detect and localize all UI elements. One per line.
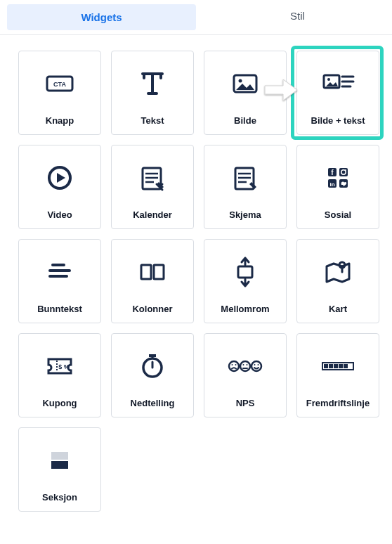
calendar-icon bbox=[112, 145, 193, 209]
widget-label: Fremdriftslinje bbox=[306, 398, 370, 417]
widget-label: Tekst bbox=[141, 115, 164, 134]
widget-countdown[interactable]: Nedtelling bbox=[111, 333, 194, 417]
widget-coupon[interactable]: Kupong bbox=[18, 333, 101, 417]
countdown-icon bbox=[112, 334, 193, 398]
widget-button[interactable]: Knapp bbox=[18, 51, 101, 135]
widget-image-text[interactable]: Bilde + tekst bbox=[296, 51, 379, 135]
widget-form[interactable]: Skjema bbox=[204, 145, 287, 229]
widget-label: Skjema bbox=[229, 209, 261, 228]
widget-columns[interactable]: Kolonner bbox=[111, 239, 194, 323]
widget-text[interactable]: Tekst bbox=[111, 51, 194, 135]
widget-label: Kupong bbox=[42, 398, 77, 417]
tab-widgets[interactable]: Widgets bbox=[7, 4, 196, 30]
columns-icon bbox=[112, 240, 193, 304]
widget-label: Mellomrom bbox=[221, 304, 269, 323]
widget-grid: KnappTekstBildeBilde + tekstVideoKalende… bbox=[0, 35, 392, 527]
widget-calendar[interactable]: Kalender bbox=[111, 145, 194, 229]
form-icon bbox=[204, 145, 286, 209]
tab-style[interactable]: Stil bbox=[203, 0, 392, 34]
widget-social[interactable]: Sosial bbox=[296, 145, 379, 229]
coupon-icon bbox=[19, 334, 100, 398]
spacer-icon bbox=[204, 240, 286, 304]
image-text-icon bbox=[297, 51, 379, 115]
cta-icon bbox=[19, 51, 100, 115]
widget-video[interactable]: Video bbox=[18, 145, 101, 229]
widget-progress[interactable]: Fremdriftslinje bbox=[296, 333, 379, 417]
widget-nps[interactable]: NPS bbox=[204, 333, 287, 417]
social-icon bbox=[297, 145, 379, 209]
section-icon bbox=[19, 428, 100, 492]
widget-label: Kart bbox=[329, 304, 347, 323]
widget-label: Nedtelling bbox=[131, 398, 175, 417]
widget-label: Video bbox=[47, 209, 72, 228]
widget-label: Bunntekst bbox=[37, 304, 82, 323]
widget-label: Bilde + tekst bbox=[311, 115, 365, 134]
widget-label: NPS bbox=[236, 398, 255, 417]
widget-spacer[interactable]: Mellomrom bbox=[204, 239, 287, 323]
nps-icon bbox=[204, 334, 286, 398]
tab-bar: Widgets Stil bbox=[0, 0, 392, 35]
video-icon bbox=[19, 145, 100, 209]
widget-label: Kalender bbox=[133, 209, 172, 228]
widget-label: Kolonner bbox=[132, 304, 172, 323]
widget-label: Sosial bbox=[325, 209, 351, 228]
widget-label: Bilde bbox=[234, 115, 256, 134]
widget-map[interactable]: Kart bbox=[296, 239, 379, 323]
widget-section[interactable]: Seksjon bbox=[18, 427, 101, 512]
widget-footer[interactable]: Bunntekst bbox=[18, 239, 101, 323]
footer-icon bbox=[19, 240, 100, 304]
progress-icon bbox=[297, 334, 379, 398]
map-icon bbox=[297, 240, 379, 304]
text-icon bbox=[112, 51, 193, 115]
widget-label: Seksjon bbox=[42, 492, 77, 511]
widget-label: Knapp bbox=[46, 115, 74, 134]
arrow-icon bbox=[263, 77, 299, 103]
